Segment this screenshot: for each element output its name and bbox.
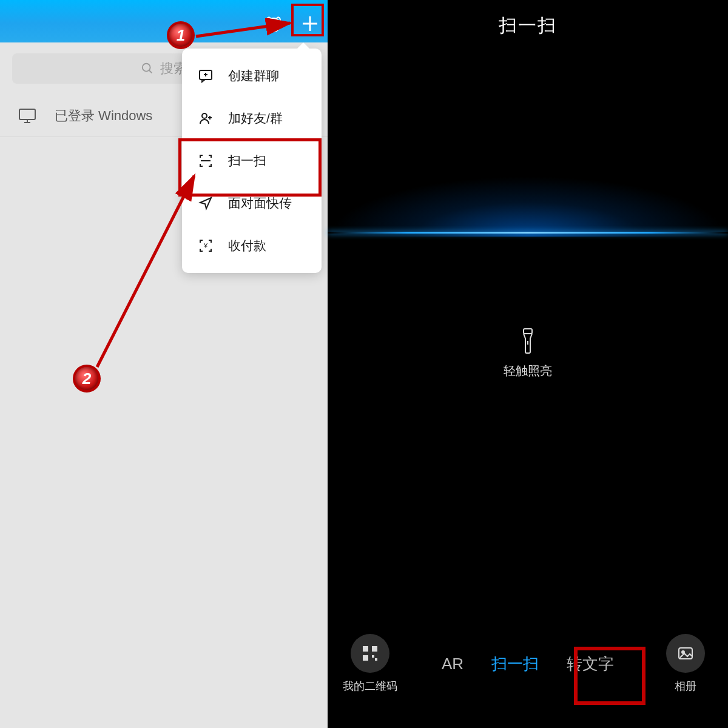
plus-dropdown: 创建群聊 加好友/群 扫一扫 面对面快传 ¥ 收付款 <box>182 49 322 273</box>
annotation-badge-2: 2 <box>73 365 101 393</box>
menu-label: 收付款 <box>228 237 266 254</box>
album-label: 相册 <box>643 679 728 693</box>
svg-rect-23 <box>372 646 377 652</box>
right-screenshot: 扫一扫 轻触照亮 我的二维码 AR 扫一扫 转文字 <box>328 0 728 728</box>
svg-rect-20 <box>524 329 532 334</box>
menu-create-group[interactable]: 创建群聊 <box>182 55 322 97</box>
svg-rect-22 <box>363 646 368 652</box>
torch-button[interactable]: 轻触照亮 <box>328 328 728 379</box>
mode-ar[interactable]: AR <box>438 649 467 679</box>
scan-screen-title: 扫一扫 <box>328 13 728 38</box>
scan-line <box>328 232 728 234</box>
add-button[interactable] <box>298 12 322 35</box>
bottom-bar: 我的二维码 AR 扫一扫 转文字 相册 <box>328 627 728 700</box>
login-status-text: 已登录 Windows <box>55 107 152 125</box>
mode-scan[interactable]: 扫一扫 <box>488 647 542 681</box>
svg-rect-7 <box>19 109 35 120</box>
menu-label: 扫一扫 <box>228 152 266 169</box>
add-friend-icon <box>197 109 215 127</box>
scan-icon <box>197 152 215 170</box>
svg-rect-25 <box>372 655 374 658</box>
svg-line-19 <box>97 176 194 367</box>
scan-glow <box>328 176 728 237</box>
svg-rect-24 <box>363 655 368 661</box>
send-icon <box>197 194 215 212</box>
torch-label: 轻触照亮 <box>328 363 728 379</box>
qr-icon <box>361 644 379 662</box>
svg-point-1 <box>270 22 272 25</box>
svg-point-2 <box>275 22 277 25</box>
flashlight-icon <box>517 328 538 354</box>
my-qr-button[interactable]: 我的二维码 <box>328 634 413 693</box>
menu-label: 加好友/群 <box>228 110 283 127</box>
album-icon <box>676 644 695 662</box>
menu-payment[interactable]: ¥ 收付款 <box>182 224 322 267</box>
svg-point-5 <box>143 64 150 72</box>
create-group-icon <box>197 67 215 85</box>
my-qr-label: 我的二维码 <box>328 679 413 693</box>
svg-rect-26 <box>375 658 377 661</box>
mode-text[interactable]: 转文字 <box>563 647 618 681</box>
menu-add-friend[interactable]: 加好友/群 <box>182 97 322 140</box>
svg-point-0 <box>267 18 280 32</box>
menu-label: 面对面快传 <box>228 195 292 212</box>
svg-text:¥: ¥ <box>203 242 208 249</box>
app-header <box>0 0 328 42</box>
mascot-icon[interactable] <box>262 12 285 35</box>
left-screenshot: 搜索 已登录 Windows 创建群聊 加好友/群 扫一扫 <box>0 0 328 728</box>
menu-face-transfer[interactable]: 面对面快传 <box>182 182 322 224</box>
album-button[interactable]: 相册 <box>643 634 728 693</box>
payment-icon: ¥ <box>197 237 215 255</box>
menu-scan[interactable]: 扫一扫 <box>182 140 322 182</box>
monitor-icon <box>18 108 36 124</box>
menu-label: 创建群聊 <box>228 67 279 84</box>
mode-switcher: AR 扫一扫 转文字 <box>413 647 643 681</box>
svg-point-13 <box>202 113 207 118</box>
svg-line-6 <box>149 70 152 73</box>
